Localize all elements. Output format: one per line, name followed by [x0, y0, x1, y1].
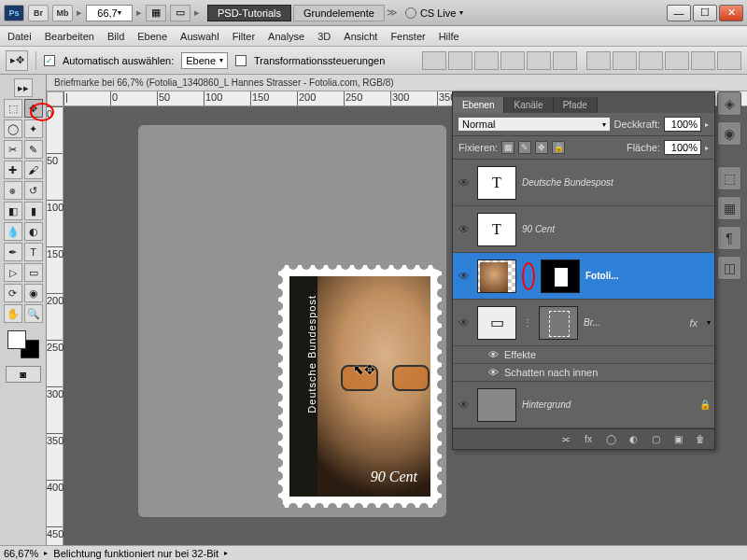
- type-tool[interactable]: T: [24, 243, 43, 261]
- fx-badge[interactable]: fx: [689, 317, 698, 329]
- magic-wand-tool[interactable]: ✦: [24, 119, 43, 138]
- menu-3d[interactable]: 3D: [317, 31, 331, 42]
- distribute-icon[interactable]: [691, 51, 715, 70]
- auto-select-target[interactable]: Ebene▾: [181, 52, 228, 69]
- tool-preset-icon[interactable]: ▸✥: [6, 50, 28, 71]
- lock-pixels-icon[interactable]: ✎: [518, 141, 531, 154]
- healing-tool[interactable]: ✚: [4, 161, 22, 179]
- layer-name[interactable]: Br...: [584, 317, 684, 328]
- distribute-icon[interactable]: [613, 51, 637, 70]
- tab-ebenen[interactable]: Ebenen: [453, 97, 504, 113]
- lock-transparent-icon[interactable]: ▦: [501, 141, 514, 154]
- dock-swatches-icon[interactable]: ◫: [717, 256, 741, 280]
- path-select-tool[interactable]: ▷: [4, 263, 22, 282]
- link-icon[interactable]: ⋮: [522, 317, 533, 328]
- status-arrow-icon[interactable]: ▸: [44, 549, 48, 557]
- distribute-icon[interactable]: [586, 51, 611, 70]
- visibility-icon[interactable]: 👁: [457, 176, 472, 189]
- minibridge-button[interactable]: Mb: [52, 5, 73, 21]
- bridge-button[interactable]: Br: [28, 5, 49, 21]
- align-icon[interactable]: [553, 51, 577, 70]
- distribute-icon[interactable]: [665, 51, 689, 70]
- fx-icon[interactable]: fx: [580, 432, 597, 447]
- vector-mask-thumb[interactable]: [539, 306, 578, 340]
- align-icon[interactable]: [422, 51, 446, 70]
- workspace-grundelemente[interactable]: Grundelemente: [293, 5, 385, 21]
- hand-tool[interactable]: ✋: [4, 304, 22, 323]
- layer-row[interactable]: 👁 T Deutsche Bundespost: [453, 160, 714, 206]
- dock-color-icon[interactable]: ◉: [717, 121, 741, 146]
- more-workspaces[interactable]: ≫: [387, 5, 392, 21]
- 3d-camera-tool[interactable]: ◉: [24, 284, 43, 302]
- workspace-psd-tutorials[interactable]: PSD-Tutorials: [207, 5, 291, 21]
- marquee-tool[interactable]: ⬚: [4, 99, 22, 118]
- 3d-tool[interactable]: ⟳: [4, 284, 22, 302]
- dock-layers-icon[interactable]: ◈: [717, 91, 741, 116]
- link-layers-icon[interactable]: ⫘: [557, 432, 574, 447]
- tab-pfade[interactable]: Pfade: [554, 97, 598, 113]
- menu-filter[interactable]: Filter: [233, 31, 255, 42]
- layer-name[interactable]: Hintergrund: [522, 399, 694, 410]
- zoom-status[interactable]: 66,67%: [4, 548, 38, 559]
- brush-tool[interactable]: 🖌: [24, 161, 43, 179]
- fill-field[interactable]: 100%: [664, 140, 701, 155]
- ruler-vertical[interactable]: 050100150200250300350400450: [47, 106, 63, 545]
- collapse-icon[interactable]: ▸▸: [14, 78, 33, 97]
- effect-item[interactable]: 👁Schatten nach innen: [453, 364, 714, 382]
- stamp-tool[interactable]: ⎈: [4, 181, 22, 200]
- fill-slider-icon[interactable]: ▸: [705, 144, 709, 152]
- cs-live[interactable]: CS Live ▾: [402, 7, 468, 19]
- zoom-tool[interactable]: 🔍: [24, 304, 43, 323]
- menu-auswahl[interactable]: Auswahl: [180, 31, 219, 42]
- layer-name[interactable]: Fotoli...: [585, 271, 711, 281]
- maximize-button[interactable]: ☐: [693, 5, 717, 21]
- dock-styles-icon[interactable]: ▦: [717, 196, 741, 220]
- color-swatches[interactable]: [7, 330, 39, 358]
- menu-hilfe[interactable]: Hilfe: [439, 31, 459, 42]
- zoom-field[interactable]: 66,7▾: [86, 5, 133, 21]
- shape-tool[interactable]: ▭: [24, 263, 43, 282]
- group-icon[interactable]: ▢: [647, 432, 664, 447]
- screenmode-icon[interactable]: ▭: [170, 5, 190, 21]
- menu-ebene[interactable]: Ebene: [137, 31, 167, 42]
- blend-mode-select[interactable]: Normal▾: [458, 118, 610, 131]
- history-brush-tool[interactable]: ↺: [24, 181, 43, 200]
- layer-row[interactable]: 👁 ▭ ⋮ Br... fx▾: [453, 300, 714, 346]
- visibility-icon[interactable]: 👁: [457, 223, 472, 236]
- gradient-tool[interactable]: ▮: [24, 202, 43, 220]
- layer-row[interactable]: 👁 Hintergrund 🔒: [453, 382, 714, 428]
- align-icon[interactable]: [500, 51, 525, 70]
- layer-row-selected[interactable]: 👁 Fotoli...: [453, 253, 714, 300]
- eyedropper-tool[interactable]: ✎: [24, 140, 43, 159]
- delete-icon[interactable]: 🗑: [692, 432, 709, 447]
- layer-name[interactable]: Deutsche Bundespost: [522, 177, 711, 188]
- dock-text-icon[interactable]: ¶: [717, 226, 741, 250]
- menu-ansicht[interactable]: Ansicht: [344, 31, 377, 42]
- effects-header[interactable]: 👁Effekte: [453, 346, 714, 364]
- align-icon[interactable]: [448, 51, 472, 70]
- foreground-color[interactable]: [7, 330, 26, 349]
- layer-row[interactable]: 👁 T 90 Cent: [453, 206, 714, 253]
- tab-kanaele[interactable]: Kanäle: [504, 97, 553, 113]
- visibility-icon[interactable]: 👁: [457, 316, 472, 329]
- arrange-icon[interactable]: ▦: [146, 5, 166, 21]
- align-icon[interactable]: [474, 51, 499, 70]
- quickmask-toggle[interactable]: ◙: [6, 366, 41, 383]
- lock-position-icon[interactable]: ✥: [535, 141, 548, 154]
- layer-mask-thumb[interactable]: [541, 259, 580, 293]
- transform-checkbox[interactable]: [235, 55, 247, 66]
- auto-select-checkbox[interactable]: ✓: [44, 55, 55, 66]
- blur-tool[interactable]: 💧: [4, 222, 22, 241]
- lasso-tool[interactable]: ◯: [4, 119, 22, 138]
- mask-icon[interactable]: ◯: [602, 432, 619, 447]
- new-layer-icon[interactable]: ▣: [669, 432, 686, 447]
- adjustment-icon[interactable]: ◐: [625, 432, 641, 447]
- opacity-slider-icon[interactable]: ▸: [705, 120, 709, 129]
- ruler-origin[interactable]: [47, 91, 63, 106]
- dodge-tool[interactable]: ◐: [24, 222, 43, 241]
- menu-datei[interactable]: Datei: [7, 31, 32, 42]
- minimize-button[interactable]: —: [667, 5, 691, 21]
- pen-tool[interactable]: ✒: [4, 243, 22, 261]
- crop-tool[interactable]: ✂: [4, 140, 22, 159]
- menu-bearbeiten[interactable]: Bearbeiten: [45, 31, 94, 42]
